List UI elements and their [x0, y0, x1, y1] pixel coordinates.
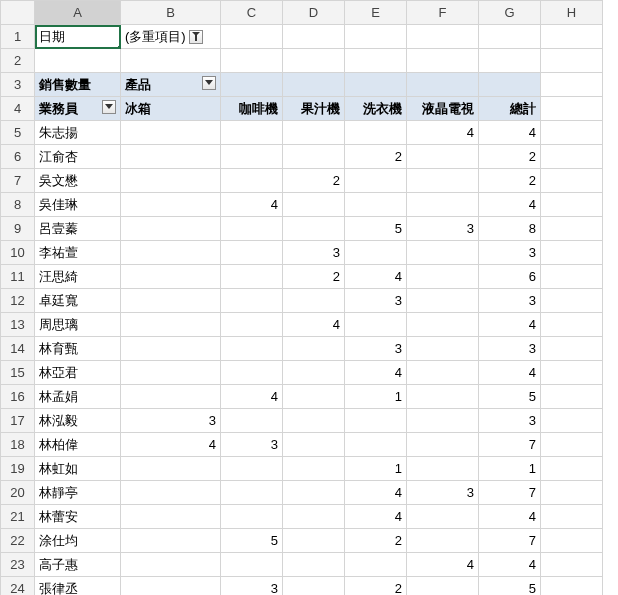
- data-cell[interactable]: 6: [479, 265, 541, 289]
- pivot-col-field[interactable]: 產品: [121, 73, 221, 97]
- row-label[interactable]: 林亞君: [35, 361, 121, 385]
- data-cell[interactable]: 4: [283, 313, 345, 337]
- data-cell[interactable]: [221, 337, 283, 361]
- cell-H[interactable]: [541, 97, 603, 121]
- row-header-24[interactable]: 24: [1, 577, 35, 596]
- data-cell[interactable]: [121, 121, 221, 145]
- data-cell[interactable]: [407, 193, 479, 217]
- pivot-col-總計[interactable]: 總計: [479, 97, 541, 121]
- row-header-6[interactable]: 6: [1, 145, 35, 169]
- cell-H[interactable]: [541, 241, 603, 265]
- data-cell[interactable]: 4: [121, 433, 221, 457]
- row-label[interactable]: 李祐萱: [35, 241, 121, 265]
- cell-H[interactable]: [541, 337, 603, 361]
- cell-E[interactable]: [345, 73, 407, 97]
- data-cell[interactable]: 4: [407, 121, 479, 145]
- data-cell[interactable]: [283, 457, 345, 481]
- data-cell[interactable]: [121, 265, 221, 289]
- data-cell[interactable]: 3: [345, 337, 407, 361]
- data-cell[interactable]: 3: [479, 337, 541, 361]
- cell-G[interactable]: [479, 73, 541, 97]
- data-cell[interactable]: [283, 481, 345, 505]
- data-cell[interactable]: 1: [479, 457, 541, 481]
- row-header-18[interactable]: 18: [1, 433, 35, 457]
- data-cell[interactable]: 3: [345, 289, 407, 313]
- data-cell[interactable]: [283, 121, 345, 145]
- cell-H[interactable]: [541, 313, 603, 337]
- cell-H[interactable]: [541, 577, 603, 596]
- col-header-D[interactable]: D: [283, 1, 345, 25]
- cell-H[interactable]: [541, 361, 603, 385]
- cell-G[interactable]: [479, 49, 541, 73]
- row-header-17[interactable]: 17: [1, 409, 35, 433]
- row-header-20[interactable]: 20: [1, 481, 35, 505]
- data-cell[interactable]: [121, 481, 221, 505]
- cell-D[interactable]: [283, 73, 345, 97]
- data-cell[interactable]: [283, 217, 345, 241]
- data-cell[interactable]: [221, 241, 283, 265]
- data-cell[interactable]: [345, 193, 407, 217]
- cell-H[interactable]: [541, 169, 603, 193]
- dropdown-icon[interactable]: [102, 100, 116, 114]
- cell-E[interactable]: [345, 25, 407, 49]
- row-label[interactable]: 吳文懋: [35, 169, 121, 193]
- data-cell[interactable]: [407, 361, 479, 385]
- row-header-10[interactable]: 10: [1, 241, 35, 265]
- cell-E[interactable]: [345, 49, 407, 73]
- data-cell[interactable]: [121, 289, 221, 313]
- cell-H[interactable]: [541, 193, 603, 217]
- data-cell[interactable]: 5: [479, 385, 541, 409]
- data-cell[interactable]: [283, 385, 345, 409]
- data-cell[interactable]: [407, 145, 479, 169]
- row-label[interactable]: 江俞杏: [35, 145, 121, 169]
- cell-H[interactable]: [541, 481, 603, 505]
- row-label[interactable]: 呂壹蓁: [35, 217, 121, 241]
- cell-H[interactable]: [541, 49, 603, 73]
- row-header-12[interactable]: 12: [1, 289, 35, 313]
- data-cell[interactable]: [407, 577, 479, 596]
- data-cell[interactable]: 1: [345, 457, 407, 481]
- data-cell[interactable]: [221, 217, 283, 241]
- row-header-16[interactable]: 16: [1, 385, 35, 409]
- data-cell[interactable]: [121, 337, 221, 361]
- row-label[interactable]: 林虹如: [35, 457, 121, 481]
- data-cell[interactable]: [283, 337, 345, 361]
- data-cell[interactable]: 4: [479, 313, 541, 337]
- data-cell[interactable]: [221, 145, 283, 169]
- cell-H[interactable]: [541, 145, 603, 169]
- cell-F[interactable]: [407, 25, 479, 49]
- row-header-15[interactable]: 15: [1, 361, 35, 385]
- data-cell[interactable]: [221, 313, 283, 337]
- data-cell[interactable]: [407, 169, 479, 193]
- data-cell[interactable]: [121, 169, 221, 193]
- data-cell[interactable]: [121, 241, 221, 265]
- row-header-1[interactable]: 1: [1, 25, 35, 49]
- row-header-21[interactable]: 21: [1, 505, 35, 529]
- row-label[interactable]: 林孟娟: [35, 385, 121, 409]
- cell-H[interactable]: [541, 385, 603, 409]
- pivot-col-液晶電視[interactable]: 液晶電視: [407, 97, 479, 121]
- data-cell[interactable]: 2: [345, 529, 407, 553]
- data-cell[interactable]: 3: [221, 433, 283, 457]
- cell-A[interactable]: [35, 49, 121, 73]
- data-cell[interactable]: [407, 337, 479, 361]
- data-cell[interactable]: [283, 145, 345, 169]
- select-all-corner[interactable]: [1, 1, 35, 25]
- pivot-col-咖啡機[interactable]: 咖啡機: [221, 97, 283, 121]
- data-cell[interactable]: [121, 145, 221, 169]
- filter-dropdown-icon[interactable]: [189, 30, 203, 44]
- data-cell[interactable]: [283, 433, 345, 457]
- data-cell[interactable]: 5: [221, 529, 283, 553]
- data-cell[interactable]: 2: [479, 169, 541, 193]
- col-header-E[interactable]: E: [345, 1, 407, 25]
- cell-H[interactable]: [541, 409, 603, 433]
- data-cell[interactable]: [221, 121, 283, 145]
- cell-C[interactable]: [221, 49, 283, 73]
- pivot-col-果汁機[interactable]: 果汁機: [283, 97, 345, 121]
- data-cell[interactable]: 4: [345, 361, 407, 385]
- report-filter-field[interactable]: 日期: [35, 25, 121, 49]
- row-header-3[interactable]: 3: [1, 73, 35, 97]
- data-cell[interactable]: [283, 409, 345, 433]
- data-cell[interactable]: 2: [345, 577, 407, 596]
- data-cell[interactable]: 4: [479, 361, 541, 385]
